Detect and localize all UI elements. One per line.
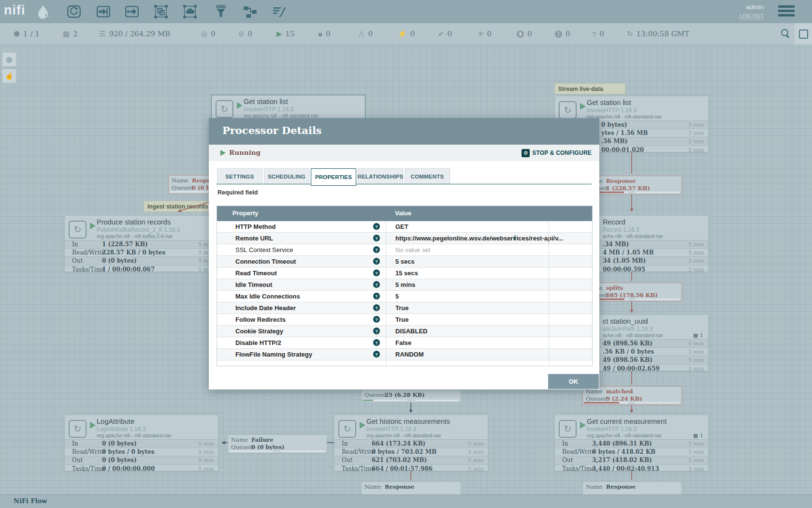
processor-icon: ↻ [559, 101, 577, 119]
property-row: Remote URL?https://www.pegelonline.wsv.d… [217, 233, 592, 244]
property-value[interactable]: 5 secs [395, 258, 415, 265]
label-icon[interactable] [271, 4, 287, 19]
processor-bundle: org.apache.nifi - nifi-standard-nar [97, 433, 172, 438]
stat-value: 49 (898.56 KB) [603, 340, 652, 347]
locally-modified-count: 0 [487, 30, 492, 38]
backpressure-size-bar [635, 299, 680, 300]
output-port-icon[interactable] [124, 4, 140, 19]
canvas-label-ingest-station-records[interactable]: Ingest station records [144, 201, 209, 212]
property-row: FlowFile Naming Strategy?RANDOM [217, 349, 592, 360]
tab-relationships[interactable]: RELATIONSHIPS [358, 168, 403, 184]
bar-fill [584, 402, 619, 404]
tab-scheduling[interactable]: SCHEDULING [264, 168, 309, 184]
property-value[interactable]: 5 [395, 293, 399, 300]
processor-bundle: org.apache.nifi - nifi-standard-nar [366, 433, 441, 438]
stat-period: 5 min [198, 465, 214, 472]
processor-icon[interactable] [66, 4, 82, 19]
stat-label: Tasks/Time [342, 465, 375, 472]
process-group-icon[interactable] [153, 4, 169, 19]
stale-icon: ⬆ [517, 30, 524, 38]
app-header: nifi admin LOG OUT [0, 0, 812, 23]
canvas-label-stream-live-data[interactable]: Stream live-data [554, 83, 625, 94]
breadcrumb-root[interactable]: NiFi Flow [14, 497, 47, 505]
stop-and-configure-button[interactable]: ⚙ STOP & CONFIGURE [522, 148, 592, 158]
stat-period: 5 min [468, 448, 484, 455]
stat-value: 49 / 00:00:02.659 [603, 365, 660, 372]
get-historic-measurements[interactable]: ↻Get historic measurementsInvokeHTTP 1.1… [334, 415, 488, 471]
help-icon[interactable]: ? [373, 269, 380, 276]
locally-modified-and-stale-status: !0 [555, 23, 570, 45]
funnel-icon[interactable] [213, 4, 229, 19]
template-icon[interactable] [242, 4, 258, 19]
connection-row: NameFailure [228, 436, 327, 444]
help-icon[interactable]: ? [373, 223, 380, 230]
property-value[interactable]: https://www.pegelonline.wsv.de/webservic… [395, 235, 563, 242]
processor-stats: In1 (228.57 KB)5 minRead/Write228.57 KB … [65, 240, 218, 271]
invalid-icon: ⚠ [358, 30, 364, 38]
dialog-header: Processor Details [209, 118, 599, 145]
help-icon[interactable]: ? [373, 258, 380, 265]
threads-status: ▦2 [63, 23, 78, 45]
property-name: Connection Timeout [235, 258, 296, 265]
property-name: Read Timeout [235, 269, 277, 277]
crosshair-button[interactable]: ◎ [2, 52, 16, 67]
help-icon[interactable]: ? [373, 293, 380, 299]
tab-comments[interactable]: COMMENTS [405, 168, 450, 184]
help-icon[interactable]: ? [373, 235, 380, 241]
property-value[interactable]: 15 secs [395, 269, 418, 277]
help-icon[interactable]: ? [373, 339, 380, 346]
global-menu-icon[interactable] [778, 5, 795, 18]
property-value[interactable]: True [395, 304, 408, 312]
stat-label: Read/Write [72, 249, 105, 256]
stat-period: 5 min [688, 457, 704, 463]
queued-count: 920 / 264.29 MB [109, 30, 170, 38]
stat-label: Out [562, 457, 573, 463]
stat-label: Out [342, 457, 352, 463]
stat-label: Tasks/Time [562, 465, 595, 472]
property-value[interactable]: False [395, 339, 411, 346]
stat-period: 5 min [198, 448, 214, 455]
get-current-measurement[interactable]: ↻Get current measurementInvokeHTTP 1.16.… [554, 415, 709, 471]
transmitting-status: ◎0 [201, 23, 216, 45]
gear-icon: ⚙ [522, 149, 530, 157]
connection-failure[interactable]: NameFailureQueued0 (0 bytes) [228, 434, 327, 453]
stat-value: 0 bytes / 418.02 KB [592, 448, 655, 455]
stat-period: 5 min [468, 465, 484, 472]
log-attribute[interactable]: ↻LogAttributeLogAttribute 1.16.3org.apac… [64, 415, 218, 471]
property-value[interactable]: GET [395, 223, 408, 230]
property-value[interactable]: True [395, 316, 408, 323]
help-icon[interactable]: ? [373, 304, 380, 311]
search-icon[interactable] [781, 29, 791, 39]
active-threads-badge: ▦ 1 [693, 433, 703, 439]
connection-row-label: Queued [172, 184, 193, 191]
refresh-status: ↻13:00:58 GMT [627, 23, 689, 45]
connection-historic-queue[interactable]: Queued25 (6.28 KB) [361, 389, 461, 403]
property-value[interactable]: DISABLED [395, 328, 427, 335]
input-port-icon[interactable] [96, 4, 111, 19]
transmitting-icon: ◎ [201, 30, 207, 38]
stat-period: 5 min [468, 457, 484, 463]
stat-value: 3,440 / 00:02:40.913 [592, 465, 659, 472]
connection-row-label: Queued [231, 444, 253, 450]
outline-toggle-icon[interactable] [795, 23, 812, 45]
remote-process-group-icon[interactable] [182, 4, 198, 19]
ok-button[interactable]: OK [548, 374, 599, 389]
property-value[interactable]: 5 mins [395, 281, 415, 288]
property-row: Disable HTTP/2?False [217, 337, 592, 349]
tab-settings[interactable]: SETTINGS [217, 168, 262, 184]
help-icon[interactable]: ? [373, 328, 380, 334]
tab-properties[interactable]: PROPERTIES [311, 168, 356, 186]
connection-row-label: Name [364, 483, 381, 490]
logout-link[interactable]: LOG OUT [740, 13, 764, 19]
property-value[interactable]: RANDOM [395, 351, 424, 358]
stat-period: 5 min [688, 440, 704, 447]
help-icon[interactable]: ? [373, 351, 380, 358]
stat-row: Read/Write228.57 KB / 0 bytes5 min [65, 248, 218, 256]
help-icon[interactable]: ? [373, 316, 380, 323]
help-icon[interactable]: ? [373, 246, 380, 253]
help-icon[interactable]: ? [373, 281, 380, 288]
hand-button[interactable]: ☝ [2, 69, 16, 83]
property-value[interactable]: No value set [395, 246, 430, 254]
property-name: Cookie Strategy [235, 328, 283, 335]
produce-station-records[interactable]: ↻Produce station recordsPublishKafkaReco… [64, 215, 218, 272]
